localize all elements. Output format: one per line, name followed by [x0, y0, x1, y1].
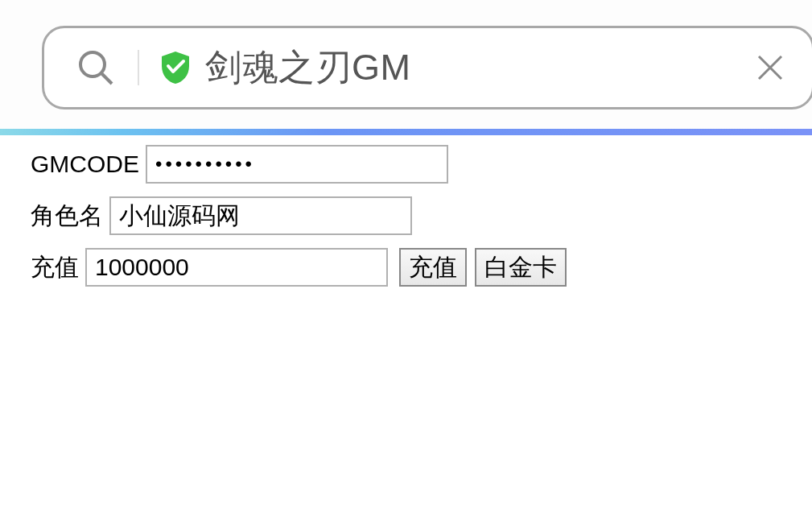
amount-row: 充值 充值 白金卡: [31, 248, 812, 287]
page-title: 剑魂之刃GM: [205, 43, 754, 92]
gmcode-input[interactable]: [146, 145, 448, 184]
gradient-bar: [0, 129, 812, 135]
close-icon[interactable]: [754, 52, 786, 84]
svg-point-0: [80, 52, 105, 76]
rolename-label: 角色名: [31, 200, 103, 233]
amount-label: 充值: [31, 251, 79, 284]
gmcode-label: GMCODE: [31, 151, 139, 178]
svg-line-1: [101, 73, 112, 84]
divider: [138, 50, 139, 85]
recharge-button[interactable]: 充值: [399, 248, 467, 287]
rolename-row: 角色名: [31, 196, 812, 235]
gm-form: GMCODE 角色名 充值 充值 白金卡: [0, 135, 812, 287]
address-search-box[interactable]: 剑魂之刃GM: [42, 26, 812, 109]
platinum-button[interactable]: 白金卡: [475, 248, 567, 287]
search-icon: [76, 48, 115, 87]
gmcode-row: GMCODE: [31, 145, 812, 184]
amount-input[interactable]: [85, 248, 388, 287]
browser-top-bar: 剑魂之刃GM: [0, 0, 812, 129]
shield-icon: [159, 50, 192, 85]
rolename-input[interactable]: [109, 196, 412, 235]
